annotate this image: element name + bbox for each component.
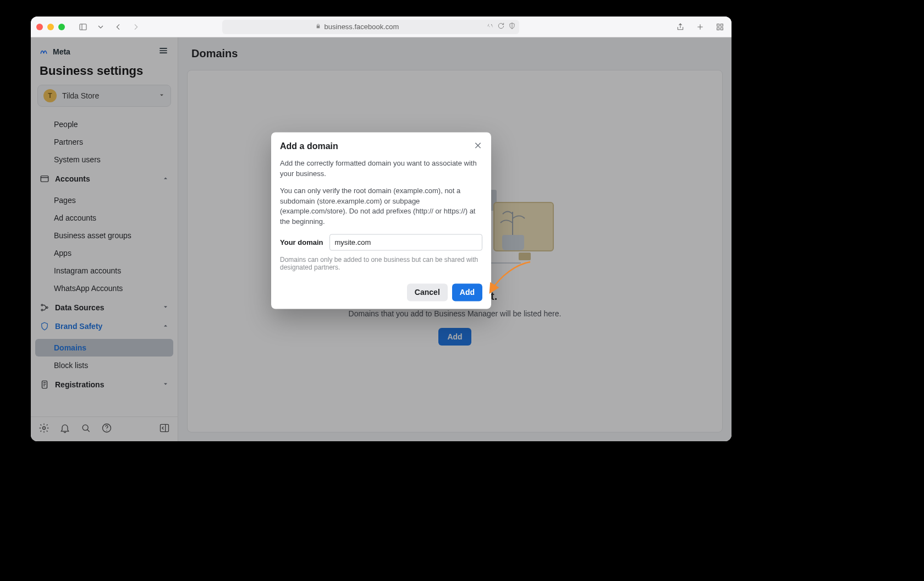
sidebar-item-partners[interactable]: Partners <box>31 133 178 151</box>
account-selector[interactable]: T Tilda Store <box>37 85 171 107</box>
close-window-button[interactable] <box>36 24 43 30</box>
svg-rect-0 <box>80 24 86 30</box>
address-bar-right-icons <box>486 22 516 31</box>
cancel-button[interactable]: Cancel <box>407 284 448 302</box>
svg-rect-5 <box>721 24 723 26</box>
window-controls <box>36 24 65 30</box>
sidebar-item-pages[interactable]: Pages <box>31 191 178 209</box>
notifications-icon[interactable] <box>59 423 70 436</box>
minimize-window-button[interactable] <box>47 24 54 30</box>
empty-add-button[interactable]: Add <box>438 328 471 346</box>
svg-point-24 <box>106 430 107 431</box>
modal-paragraph-1: Add the correctly formatted domain you w… <box>280 158 482 179</box>
address-bar-host: business.facebook.com <box>324 23 399 31</box>
add-domain-modal: Add a domain Add the correctly formatted… <box>271 132 491 309</box>
menu-icon[interactable] <box>158 45 169 58</box>
toolbar-right <box>674 21 726 33</box>
sidebar: Meta Business settings T Tilda Store <box>31 37 178 441</box>
reload-icon[interactable] <box>497 22 505 31</box>
domain-input[interactable] <box>329 234 482 251</box>
account-avatar: T <box>43 89 57 102</box>
chevron-up-icon <box>162 322 169 331</box>
safari-window: business.facebook.com <box>31 17 732 441</box>
lock-icon <box>315 23 321 31</box>
share-icon[interactable] <box>674 21 686 33</box>
brand-safety-label: Brand Safety <box>55 322 102 331</box>
sidebar-section-registrations[interactable]: Registrations <box>31 375 178 394</box>
svg-line-22 <box>87 430 90 432</box>
privacy-shield-icon[interactable] <box>508 22 516 31</box>
help-icon[interactable] <box>101 423 112 436</box>
browser-toolbar: business.facebook.com <box>31 17 732 37</box>
sidebar-item-instagram-accounts[interactable]: Instagram accounts <box>31 262 178 279</box>
sidebar-section-accounts-items: Pages Ad accounts Business asset groups … <box>31 188 178 298</box>
chevron-up-icon <box>162 174 169 183</box>
svg-point-14 <box>41 309 43 311</box>
svg-rect-7 <box>721 28 723 30</box>
svg-point-13 <box>41 304 43 306</box>
sidebar-toggle-icon[interactable] <box>77 21 89 33</box>
sidebar-section-brand-safety[interactable]: Brand Safety <box>31 317 178 336</box>
shield-icon <box>40 321 50 331</box>
svg-rect-16 <box>42 381 47 388</box>
sidebar-item-block-lists[interactable]: Block lists <box>31 357 178 374</box>
page-title: Domains <box>178 37 732 65</box>
caret-down-icon <box>158 91 165 101</box>
chevron-down-icon <box>162 380 169 389</box>
sidebar-item-whatsapp-accounts[interactable]: WhatsApp Accounts <box>31 279 178 297</box>
sidebar-item-domains[interactable]: Domains <box>35 339 173 357</box>
sidebar-item-people[interactable]: People <box>31 116 178 133</box>
sidebar-item-apps[interactable]: Apps <box>31 244 178 262</box>
close-icon[interactable] <box>474 141 482 152</box>
accounts-icon <box>40 174 50 184</box>
fullscreen-window-button[interactable] <box>58 24 65 30</box>
app-root: Meta Business settings T Tilda Store <box>31 37 732 441</box>
sidebar-section-data-sources[interactable]: Data Sources <box>31 298 178 317</box>
chevron-down-icon <box>162 303 169 312</box>
forward-button-icon[interactable] <box>130 21 142 33</box>
data-sources-label: Data Sources <box>55 303 104 312</box>
modal-hint: Domains can only be added to one busines… <box>280 256 482 272</box>
translate-icon[interactable] <box>486 22 494 31</box>
collapse-sidebar-icon[interactable] <box>159 423 170 436</box>
sidebar-footer <box>31 416 178 441</box>
svg-rect-4 <box>717 24 719 26</box>
svg-rect-25 <box>161 424 169 431</box>
domain-field-label: Your domain <box>280 238 323 246</box>
accounts-label: Accounts <box>55 174 90 183</box>
back-button-icon[interactable] <box>112 21 124 33</box>
address-bar[interactable]: business.facebook.com <box>222 20 519 34</box>
svg-rect-11 <box>41 176 48 182</box>
sidebar-item-ad-accounts[interactable]: Ad accounts <box>31 209 178 227</box>
tab-groups-menu-icon[interactable] <box>95 21 107 33</box>
modal-paragraph-2: You can only verify the root domain (exa… <box>280 186 482 227</box>
new-tab-icon[interactable] <box>694 21 706 33</box>
sidebar-title: Business settings <box>31 62 178 85</box>
empty-text: Domains that you add to Business Manager… <box>349 309 562 318</box>
add-button[interactable]: Add <box>452 284 482 302</box>
account-name: Tilda Store <box>62 91 99 100</box>
svg-rect-6 <box>717 28 719 30</box>
tab-overview-icon[interactable] <box>714 21 726 33</box>
settings-icon[interactable] <box>38 423 50 436</box>
sidebar-section-users: People Partners System users <box>31 112 178 169</box>
sidebar-item-business-asset-groups[interactable]: Business asset groups <box>31 227 178 244</box>
svg-point-20 <box>43 427 46 430</box>
svg-point-21 <box>82 425 88 430</box>
data-sources-icon <box>40 303 50 313</box>
brand-label: Meta <box>53 47 70 56</box>
registrations-label: Registrations <box>55 380 104 389</box>
search-icon[interactable] <box>80 423 91 436</box>
meta-logo: Meta <box>40 47 70 57</box>
registrations-icon <box>40 380 50 390</box>
sidebar-section-accounts[interactable]: Accounts <box>31 169 178 188</box>
modal-title: Add a domain <box>280 141 338 151</box>
sidebar-section-brand-safety-items: Domains Block lists <box>31 336 178 375</box>
sidebar-item-system-users[interactable]: System users <box>31 151 178 168</box>
